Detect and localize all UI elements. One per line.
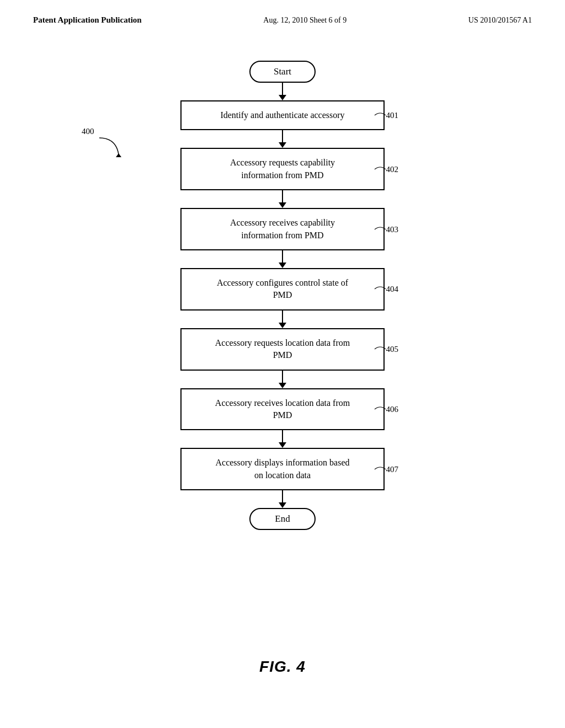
arrow-5: [279, 311, 286, 328]
flowchart-diagram: 400 Start Identify and authenticate acce…: [0, 30, 565, 692]
ref-404-curve: [372, 283, 388, 295]
step-401-text: Identify and authenticate accessory: [220, 110, 344, 120]
arrow-400-svg: [83, 132, 127, 165]
step-407-box: Accessory displays information basedon l…: [180, 448, 385, 490]
step-404-box: Accessory configures control state ofPMD: [180, 268, 385, 311]
end-terminal: End: [249, 508, 316, 530]
ref-406-curve: [372, 404, 388, 415]
arrow-2: [279, 130, 286, 148]
arrow-7: [279, 430, 286, 448]
step-406-box: Accessory receives location data fromPMD: [180, 388, 385, 431]
step-401-box: Identify and authenticate accessory: [180, 100, 385, 130]
step-407-text: Accessory displays information basedon l…: [215, 458, 349, 479]
arrow-3: [279, 190, 286, 208]
step-402-text: Accessory requests capabilityinformation…: [230, 158, 335, 179]
step-403-text: Accessory receives capabilityinformation…: [230, 218, 335, 239]
arrow-6: [279, 371, 286, 388]
page-header: Patent Application Publication Aug. 12, …: [0, 0, 565, 25]
ref-402-curve: [372, 164, 388, 175]
step-403-box: Accessory receives capabilityinformation…: [180, 208, 385, 250]
start-terminal: Start: [249, 61, 316, 83]
ref-405-curve: [372, 344, 388, 355]
arrow-4: [279, 250, 286, 268]
ref-401-curve: [372, 110, 388, 121]
publication-label: Patent Application Publication: [33, 15, 142, 25]
step-406-text: Accessory receives location data fromPMD: [215, 398, 350, 420]
ref-407-curve: [372, 464, 388, 475]
svg-marker-0: [116, 153, 121, 157]
arrow-1: [279, 83, 286, 100]
ref-403-curve: [372, 224, 388, 235]
patent-number-label: US 2010/201567 A1: [468, 16, 532, 25]
step-405-text: Accessory requests location data fromPMD: [215, 338, 350, 360]
date-sheet-label: Aug. 12, 2010 Sheet 6 of 9: [263, 16, 347, 25]
arrow-8: [279, 490, 286, 508]
figure-caption: FIG. 4: [259, 658, 306, 676]
step-402-box: Accessory requests capabilityinformation…: [180, 148, 385, 190]
step-404-text: Accessory configures control state ofPMD: [217, 278, 348, 299]
step-405-box: Accessory requests location data fromPMD: [180, 328, 385, 371]
